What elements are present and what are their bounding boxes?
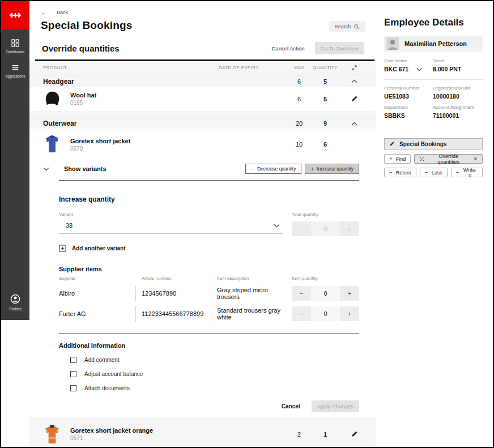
field-value: 10000180: [433, 93, 459, 100]
checkbox[interactable]: [70, 385, 76, 391]
plus-icon: +: [389, 156, 393, 162]
adjust-account-balance-option[interactable]: Adjust account balance: [70, 371, 359, 377]
edit-pencil-icon[interactable]: [338, 95, 370, 103]
chevron-down-icon[interactable]: [43, 167, 49, 171]
search-label: Search: [335, 24, 351, 29]
go-to-overview-button[interactable]: Go To Overview: [315, 42, 364, 54]
employee-name: Maximilian Petterson: [404, 40, 467, 47]
employee-details-title: Employee Details: [384, 17, 483, 28]
stepper-minus-button[interactable]: −: [292, 286, 311, 301]
employee-details-panel: Employee Details Maximilian Petterson Co…: [376, 1, 494, 447]
plus-box-icon: [59, 245, 66, 252]
apply-changes-button[interactable]: Apply Changes: [312, 400, 359, 412]
supplier-name: Furter AG: [59, 310, 135, 317]
override-quantities-chip[interactable]: Override quantities ✕: [414, 154, 483, 164]
col-item-description: Item description: [211, 276, 292, 281]
minus-icon: −: [425, 169, 428, 176]
field-score: Score 8.000 PNT: [433, 58, 483, 72]
section-max: 20: [286, 120, 312, 127]
return-chip[interactable]: − Return: [384, 168, 416, 177]
increase-quantity-button[interactable]: + Increase quantity: [305, 164, 359, 174]
divider: [59, 180, 359, 181]
product-row-goretex-orange[interactable]: Goretex short jacket orange 0571 2 1: [29, 421, 376, 447]
stepper-minus-button[interactable]: −: [292, 306, 311, 321]
close-icon[interactable]: ✕: [473, 156, 478, 162]
back-arrow-icon[interactable]: ←: [41, 8, 48, 16]
add-comment-option[interactable]: Add comment: [70, 357, 359, 363]
decrease-quantity-button[interactable]: − Decrease quantity: [245, 164, 301, 174]
avatar: [386, 37, 399, 50]
article-number: 112233445566778899: [135, 306, 211, 322]
outerwear-panel: Goretex short jacket 0570 10 6 Show vari…: [29, 129, 376, 417]
sidebar-rail: Dashboard Applications Profiles: [1, 1, 29, 320]
product-max: 10: [286, 141, 312, 148]
back-label[interactable]: Back: [57, 10, 68, 15]
applications-icon: [11, 63, 20, 72]
sidebar-item-label: Profiles: [9, 307, 22, 311]
attach-documents-option[interactable]: Attach documents: [70, 385, 359, 391]
stepper-minus-button[interactable]: −: [292, 221, 311, 236]
supplier-table-header: Supplier Article number. Item descriptio…: [59, 276, 359, 281]
supplier-items-heading: Supplier items: [59, 266, 359, 272]
find-chip[interactable]: + Find: [384, 154, 411, 164]
back-row: ← Back: [29, 1, 376, 16]
chevron-up-icon[interactable]: [338, 122, 370, 126]
show-variants-label[interactable]: Show variants: [64, 165, 107, 172]
main-content: ← Back Special Bookings Search Override …: [29, 1, 376, 447]
checkbox[interactable]: [70, 357, 76, 363]
field-label: Account Assignment: [433, 105, 483, 110]
field-label: Personal Number: [384, 86, 433, 91]
add-another-variant-button[interactable]: Add another variant: [59, 245, 359, 252]
stepper-plus-button[interactable]: +: [340, 306, 359, 321]
write-off-chip[interactable]: − Write-o: [451, 168, 483, 177]
field-department: Department SBBKS: [384, 105, 433, 119]
table-header-row: PRODUCT DATE OF EXPIRY MAX QUANTITY: [29, 61, 376, 75]
loss-chip[interactable]: − Loss: [420, 168, 448, 177]
divider: [384, 79, 483, 80]
product-row-goretex-jacket[interactable]: Goretex short jacket 0570 10 6: [29, 129, 376, 159]
cancel-button[interactable]: Cancel: [282, 403, 300, 409]
dashboard-icon: [11, 39, 20, 48]
field-account-assignment: Account Assignment 71100001: [433, 105, 483, 119]
field-personal-number: Personal Number UE51083: [384, 86, 433, 100]
checkbox-label: Add comment: [84, 357, 120, 363]
search-button[interactable]: Search: [329, 21, 365, 32]
sidebar-item-dashboard[interactable]: Dashboard: [6, 39, 24, 54]
override-quantities-icon: [419, 156, 424, 162]
employee-name-card: Maximilian Petterson: [384, 36, 483, 52]
minus-icon: −: [389, 169, 393, 176]
field-value: SBBKS: [384, 112, 405, 119]
chevron-down-icon[interactable]: [416, 67, 422, 71]
variant-select[interactable]: 38: [59, 222, 283, 234]
sidebar-item-applications[interactable]: Applications: [5, 63, 25, 78]
stepper-plus-button[interactable]: +: [340, 286, 359, 301]
special-bookings-button[interactable]: Special Bookings: [384, 138, 483, 150]
sbb-logo[interactable]: [1, 1, 29, 29]
field-value: 71100001: [433, 112, 459, 119]
product-row-wool-hat[interactable]: Wool hat 0185 6 5: [29, 87, 376, 110]
supplier-name: Albiro: [59, 290, 135, 297]
col-article-number: Article number.: [135, 276, 211, 281]
sidebar: Dashboard Applications Profiles: [1, 1, 29, 447]
section-header-headgear[interactable]: Headgear 6 5: [29, 75, 376, 87]
product-image-goretex-orange: [43, 424, 61, 445]
section-header-outerwear[interactable]: Outerwear 20 9: [29, 118, 376, 129]
checkbox-label: Attach documents: [84, 385, 130, 391]
plus-icon: +: [310, 166, 314, 172]
item-description: Standard trousers gray white: [211, 306, 292, 322]
chevron-up-icon[interactable]: [338, 79, 370, 83]
field-label: Department: [384, 105, 433, 110]
sidebar-item-profiles[interactable]: Profiles: [9, 293, 22, 311]
col-date-of-expiry: DATE OF EXPIRY: [219, 65, 259, 70]
product-quantity: 5: [312, 96, 338, 103]
checkbox[interactable]: [70, 371, 76, 377]
return-label: Return: [396, 170, 411, 176]
item-quantity-stepper: − 0 +: [292, 286, 359, 301]
decrease-quantity-label: Decrease quantity: [257, 166, 296, 172]
collapse-all-icon[interactable]: [338, 65, 370, 71]
edit-pencil-icon[interactable]: [338, 430, 370, 438]
cancel-action-button[interactable]: Cancel Action: [272, 45, 305, 52]
stepper-plus-button[interactable]: +: [340, 221, 359, 236]
variant-value: 38: [66, 222, 73, 229]
field-label: Organizational unit: [433, 86, 483, 91]
